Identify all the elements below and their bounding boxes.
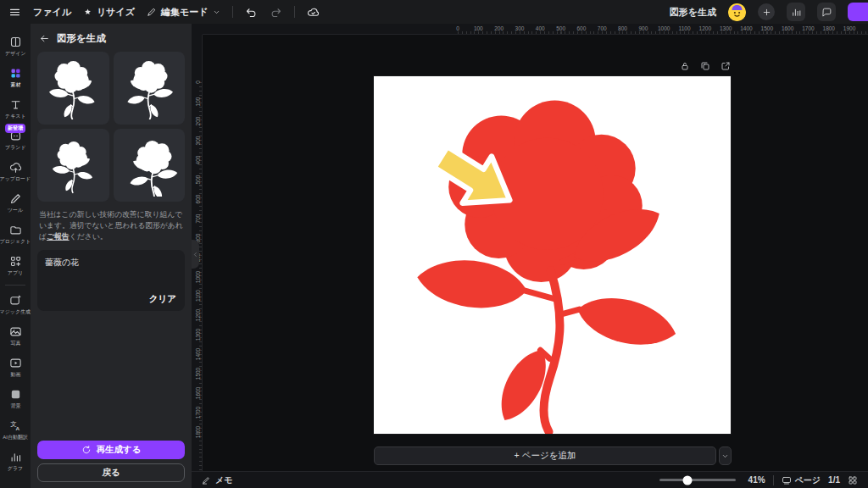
share-button[interactable] bbox=[848, 3, 868, 21]
avatar[interactable] bbox=[728, 3, 746, 21]
yellow-arrow-element[interactable] bbox=[422, 132, 532, 236]
regenerate-button[interactable]: 再生成する bbox=[37, 441, 185, 459]
sidebar-item-uploads[interactable]: アップロード bbox=[0, 156, 31, 187]
magic-star-icon bbox=[83, 8, 92, 17]
sidebar-item-ai-translate[interactable]: AI自動翻訳 bbox=[0, 414, 31, 446]
notes-button[interactable]: メモ bbox=[202, 474, 232, 486]
panel-collapse-handle[interactable] bbox=[192, 240, 199, 269]
sidebar-item-design[interactable]: デザイン bbox=[0, 30, 31, 62]
redo-button[interactable] bbox=[270, 6, 282, 19]
resize-button[interactable]: リサイズ bbox=[83, 6, 135, 19]
sidebar-item-apps[interactable]: アプリ bbox=[0, 250, 31, 281]
edit-mode-button[interactable]: 編集モード bbox=[147, 6, 220, 19]
ruler-label: 1200 bbox=[699, 25, 711, 31]
shape-thumbnail-rose-variant-2[interactable] bbox=[114, 52, 186, 125]
sidebar-item-label: AI自動翻訳 bbox=[3, 434, 28, 441]
file-menu-button[interactable]: ファイル bbox=[33, 6, 71, 19]
zoom-slider-knob[interactable] bbox=[682, 475, 692, 485]
sidebar-item-brand[interactable]: 新登場ブランド bbox=[0, 125, 31, 156]
apps-icon bbox=[9, 255, 22, 268]
grid-view-button[interactable] bbox=[848, 475, 858, 485]
design-page[interactable] bbox=[374, 76, 731, 434]
add-page-button[interactable]: + ページを追加 bbox=[374, 446, 716, 465]
sidebar-item-magic-media[interactable]: マジック生成 bbox=[0, 289, 31, 320]
cloud-save-status[interactable] bbox=[307, 6, 320, 19]
sidebar-item-label: デザイン bbox=[5, 50, 25, 57]
ruler-label: 1400 bbox=[192, 348, 203, 361]
white-rose-icon bbox=[118, 134, 181, 197]
sidebar-item-label: ブランド bbox=[5, 144, 25, 151]
ruler-label: 300 bbox=[192, 134, 203, 147]
statusbar-divider bbox=[773, 475, 774, 485]
add-member-button[interactable] bbox=[758, 3, 775, 20]
tools-icon bbox=[9, 192, 22, 205]
page-view-button[interactable]: ページ bbox=[782, 474, 821, 486]
add-page-dropdown[interactable] bbox=[719, 446, 732, 465]
ruler-label: 1600 bbox=[192, 387, 203, 400]
panel-title: 図形を生成 bbox=[57, 32, 106, 45]
sidebar-item-tools[interactable]: ツール bbox=[0, 187, 31, 219]
duplicate-page-icon[interactable] bbox=[700, 61, 710, 71]
back-arrow-icon[interactable] bbox=[39, 33, 50, 44]
sidebar-item-charts[interactable]: グラフ bbox=[0, 446, 31, 477]
ruler-label: 300 bbox=[515, 25, 525, 31]
ruler-label: 500 bbox=[556, 25, 565, 31]
report-link[interactable]: ご報告 bbox=[47, 232, 70, 241]
comments-button[interactable] bbox=[817, 3, 836, 21]
undo-button[interactable] bbox=[245, 6, 258, 19]
shape-thumbnail-rose-variant-4[interactable] bbox=[114, 129, 186, 202]
add-page-icon[interactable] bbox=[721, 61, 731, 71]
hamburger-icon bbox=[8, 6, 21, 19]
ruler-label: 1000 bbox=[658, 25, 670, 31]
bar-chart-icon bbox=[9, 451, 22, 463]
sidebar-item-label: 写真 bbox=[10, 340, 20, 347]
translate-icon bbox=[9, 419, 22, 432]
red-rose-graphic[interactable] bbox=[374, 76, 731, 434]
toolbar-divider bbox=[294, 6, 295, 18]
toolbar-divider bbox=[232, 6, 233, 18]
text-icon bbox=[9, 98, 22, 111]
sidebar-item-label: プロジェクト bbox=[0, 238, 31, 245]
ruler-label: 200 bbox=[494, 25, 504, 31]
insights-button[interactable] bbox=[787, 3, 805, 21]
sidebar-item-videos[interactable]: 動画 bbox=[0, 352, 31, 383]
prompt-input[interactable]: 薔薇の花 クリア bbox=[37, 250, 185, 311]
ruler-label: 1700 bbox=[192, 407, 203, 419]
page-indicator: 1/1 bbox=[828, 475, 840, 485]
generated-shapes-grid bbox=[37, 52, 185, 202]
shape-thumbnail-rose-variant-3[interactable] bbox=[37, 129, 109, 202]
sidebar-item-elements[interactable]: 素材 bbox=[0, 62, 31, 93]
prompt-value: 薔薇の花 bbox=[45, 258, 79, 267]
plus-icon bbox=[762, 8, 771, 17]
ruler-label: 100 bbox=[474, 25, 483, 31]
ruler-label: 600 bbox=[192, 192, 203, 205]
back-button[interactable]: 戻る bbox=[37, 463, 185, 482]
grid-icon bbox=[848, 475, 858, 485]
sidebar-divider bbox=[5, 285, 25, 286]
chevron-down-icon bbox=[721, 452, 729, 460]
shape-generator-panel: 図形を生成 当社はこの新しい技術の改善に取り組んでいます。適切でないと思われる図… bbox=[31, 24, 192, 488]
upload-icon bbox=[9, 161, 22, 174]
magic-image-icon bbox=[9, 294, 22, 307]
ruler-label: 1900 bbox=[843, 25, 855, 31]
canva-app: ファイル リサイズ 編集モード 図形を生成 デザイン 素材テキスト新登場ブランド… bbox=[0, 0, 868, 488]
canvas-area: 0100200300400500600700800900100011001200… bbox=[192, 24, 868, 471]
ruler-label: 500 bbox=[192, 173, 203, 186]
sidebar-item-label: 背景 bbox=[10, 402, 20, 409]
folder-icon bbox=[9, 224, 22, 236]
shape-thumbnail-rose-variant-1[interactable] bbox=[37, 52, 109, 125]
monitor-icon bbox=[782, 475, 792, 485]
white-rose-icon bbox=[118, 57, 181, 119]
ruler-label: 0 bbox=[192, 76, 203, 89]
clear-button[interactable]: クリア bbox=[149, 293, 176, 305]
main-menu-button[interactable] bbox=[8, 6, 21, 19]
sidebar-item-projects[interactable]: プロジェクト bbox=[0, 219, 31, 250]
lock-icon[interactable] bbox=[680, 61, 690, 71]
sidebar-item-text[interactable]: テキスト bbox=[0, 93, 31, 125]
ruler-label: 0 bbox=[456, 25, 459, 31]
sidebar-item-photos[interactable]: 写真 bbox=[0, 320, 31, 352]
sidebar-item-background[interactable]: 背景 bbox=[0, 383, 31, 414]
ruler-label: 400 bbox=[192, 153, 203, 166]
zoom-slider[interactable] bbox=[659, 479, 736, 481]
sidebar-item-label: グラフ bbox=[8, 465, 23, 472]
